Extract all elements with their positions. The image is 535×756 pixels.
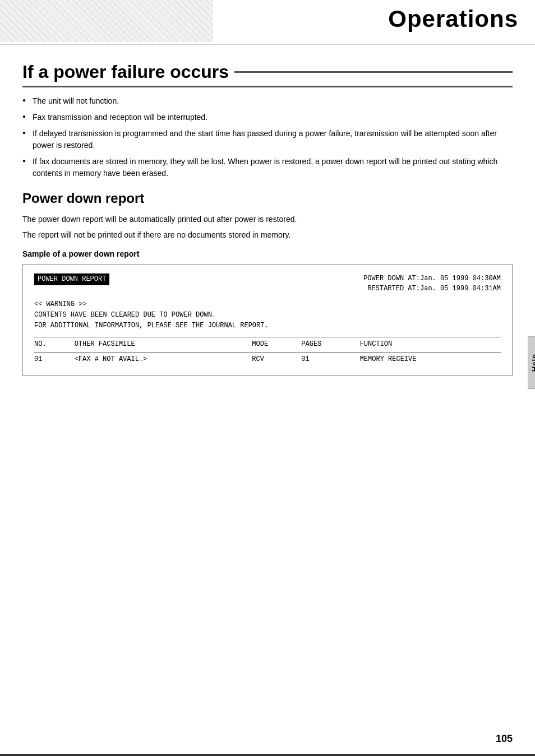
col-pages: PAGES xyxy=(301,337,359,352)
page-container: Operations If a power failure occurs The… xyxy=(0,0,535,756)
report-title-left: POWER DOWN REPORT xyxy=(34,273,109,289)
col-mode: MODE xyxy=(252,337,301,352)
warning-line1: << WARNING >> xyxy=(34,299,501,310)
power-down-line1: POWER DOWN AT:Jan. 05 1999 04:30AM xyxy=(363,273,501,284)
col-no: NO. xyxy=(34,337,75,352)
section2-body-line2: The report will not be printed out if th… xyxy=(22,229,513,241)
report-table-data-row: 01 <FAX # NOT AVAIL.> RCV 01 MEMORY RECE… xyxy=(34,352,501,367)
page-title: Operations xyxy=(388,6,518,33)
header-area: Operations xyxy=(0,0,535,45)
row1-function: MEMORY RECEIVE xyxy=(360,352,501,367)
section2-body-line1: The power down report will be automatica… xyxy=(22,213,513,225)
content-area: If a power failure occurs The unit will … xyxy=(0,45,535,410)
bullet-list: The unit will not function. Fax transmis… xyxy=(22,95,513,179)
report-table: NO. OTHER FACSIMILE MODE PAGES FUNCTION … xyxy=(34,337,501,366)
bullet-item-1: The unit will not function. xyxy=(22,95,513,107)
report-title-bar: POWER DOWN REPORT xyxy=(34,273,109,285)
col-function: FUNCTION xyxy=(360,337,501,352)
report-warning: << WARNING >> CONTENTS HAVE BEEN CLEARED… xyxy=(34,299,501,332)
warning-line3: FOR ADDITIONAL INFORMATION, PLEASE SEE T… xyxy=(34,321,501,331)
power-down-line2: RESTARTED AT:Jan. 05 1999 04:31AM xyxy=(363,284,501,294)
help-tab[interactable]: Help xyxy=(528,336,535,389)
section1-title: If a power failure occurs xyxy=(22,62,513,87)
report-table-header-row: NO. OTHER FACSIMILE MODE PAGES FUNCTION xyxy=(34,337,501,352)
header-bg-decoration xyxy=(0,0,213,42)
report-header-row: POWER DOWN REPORT POWER DOWN AT:Jan. 05 … xyxy=(34,273,501,294)
bullet-item-3: If delayed transmission is programmed an… xyxy=(22,128,513,151)
bullet-item-4: If fax documents are stored in memory, t… xyxy=(22,156,513,179)
report-power-info: POWER DOWN AT:Jan. 05 1999 04:30AM RESTA… xyxy=(363,273,501,294)
row1-mode: RCV xyxy=(252,352,301,367)
page-number: 105 xyxy=(496,733,513,745)
row1-pages: 01 xyxy=(301,352,359,367)
row1-no: 01 xyxy=(34,352,75,367)
section2-title: Power down report xyxy=(22,191,513,206)
bottom-line xyxy=(0,754,535,756)
col-other-facsimile: OTHER FACSIMILE xyxy=(75,337,252,352)
bullet-item-2: Fax transmission and reception will be i… xyxy=(22,112,513,123)
report-box: POWER DOWN REPORT POWER DOWN AT:Jan. 05 … xyxy=(22,264,513,376)
row1-facsimile: <FAX # NOT AVAIL.> xyxy=(75,352,252,367)
warning-line2: CONTENTS HAVE BEEN CLEARED DUE TO POWER … xyxy=(34,310,501,321)
sample-label: Sample of a power down report xyxy=(22,249,513,258)
